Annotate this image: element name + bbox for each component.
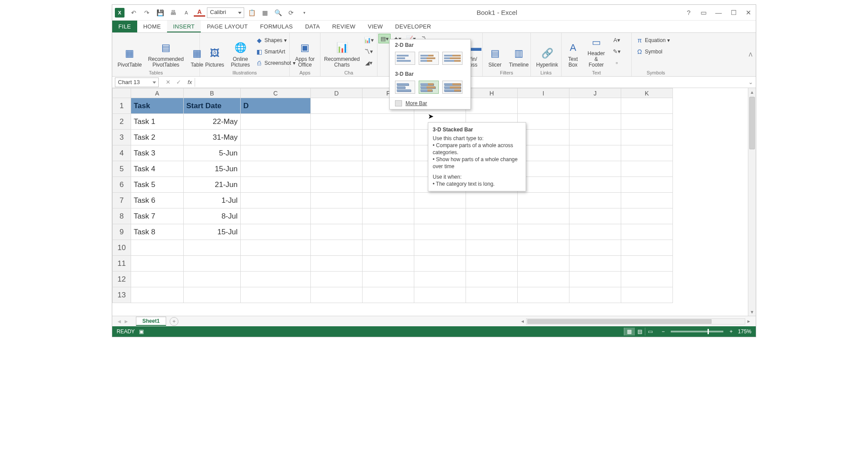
tab-file[interactable]: FILE	[112, 21, 137, 32]
cell[interactable]	[621, 240, 673, 256]
cell[interactable]	[363, 193, 414, 208]
tab-view[interactable]: VIEW	[362, 21, 389, 32]
row-header[interactable]: 8	[113, 208, 131, 224]
cell[interactable]: 5-Jun	[184, 145, 241, 161]
signature-line-button[interactable]: ✎▾	[611, 47, 623, 56]
cell[interactable]: Start Date	[184, 98, 241, 114]
col-header-h[interactable]: H	[466, 88, 518, 98]
undo-button[interactable]: ↶	[128, 7, 139, 18]
cell[interactable]	[569, 272, 621, 287]
page-layout-view-button[interactable]: ▤	[634, 328, 645, 335]
cell[interactable]	[131, 272, 184, 287]
hscroll-thumb[interactable]	[527, 319, 711, 324]
row-header[interactable]: 11	[113, 256, 131, 272]
row-header[interactable]: 7	[113, 193, 131, 208]
hscroll-left-button[interactable]: ◄	[519, 319, 526, 324]
cell[interactable]: 15-Jun	[184, 161, 241, 177]
3d-clustered-bar-option[interactable]	[395, 81, 415, 94]
apps-for-office-button[interactable]: ▣Apps for Office	[292, 35, 317, 69]
cell[interactable]	[466, 287, 518, 303]
cell[interactable]	[621, 256, 673, 272]
cell[interactable]	[569, 114, 621, 130]
3d-stacked-bar-option[interactable]	[419, 81, 439, 94]
cell[interactable]	[311, 145, 363, 161]
row-header[interactable]: 13	[113, 287, 131, 303]
row-header[interactable]: 9	[113, 224, 131, 240]
cell[interactable]: Task 1	[131, 114, 184, 130]
cell[interactable]	[621, 177, 673, 193]
qat-customize-button[interactable]: ▾	[299, 7, 310, 18]
cell[interactable]	[466, 193, 518, 208]
2d-stacked-bar-option[interactable]	[419, 52, 439, 65]
zoom-slider[interactable]	[671, 331, 723, 332]
cell[interactable]	[466, 256, 518, 272]
cell[interactable]	[569, 224, 621, 240]
cell[interactable]	[241, 114, 311, 130]
maximize-button[interactable]: ☐	[729, 9, 738, 17]
col-header-b[interactable]: B	[184, 88, 241, 98]
cell[interactable]	[466, 208, 518, 224]
cell[interactable]	[414, 256, 466, 272]
close-button[interactable]: ✕	[743, 9, 753, 17]
ribbon-display-button[interactable]: ▭	[699, 9, 708, 17]
minimize-button[interactable]: —	[714, 9, 723, 16]
cell[interactable]	[466, 272, 518, 287]
cell[interactable]	[184, 272, 241, 287]
scroll-thumb[interactable]	[749, 97, 755, 149]
cell[interactable]: Task 2	[131, 130, 184, 145]
zoom-out-button[interactable]: −	[660, 328, 666, 335]
cell[interactable]	[466, 240, 518, 256]
cell[interactable]: Task	[131, 98, 184, 114]
tab-home[interactable]: HOME	[137, 21, 167, 32]
zoom-in-button[interactable]: +	[728, 328, 734, 335]
recommended-pivottables-button[interactable]: ▤Recommended PivotTables	[146, 35, 185, 69]
cell[interactable]	[569, 208, 621, 224]
row-header[interactable]: 4	[113, 145, 131, 161]
more-bar-charts-link[interactable]: More Bar	[390, 97, 470, 109]
line-chart-button[interactable]: 〽▾	[363, 47, 375, 56]
cell[interactable]	[621, 193, 673, 208]
cell[interactable]	[241, 177, 311, 193]
pivottable-button[interactable]: ▦PivotTable	[115, 35, 144, 69]
cell[interactable]	[241, 193, 311, 208]
col-header-c[interactable]: C	[241, 88, 311, 98]
cell[interactable]: 21-Jun	[184, 177, 241, 193]
cell[interactable]	[621, 145, 673, 161]
row-header[interactable]: 3	[113, 130, 131, 145]
cell[interactable]	[311, 177, 363, 193]
cell[interactable]	[518, 98, 569, 114]
enter-formula-button[interactable]: ✓	[174, 79, 182, 85]
cell[interactable]	[621, 114, 673, 130]
cell[interactable]: 31-May	[184, 130, 241, 145]
hyperlink-button[interactable]: 🔗Hyperlink	[534, 35, 561, 69]
cell[interactable]	[518, 272, 569, 287]
2d-100pct-stacked-bar-option[interactable]	[442, 52, 462, 65]
cell[interactable]	[131, 287, 184, 303]
col-header-k[interactable]: K	[621, 88, 673, 98]
cell[interactable]	[363, 208, 414, 224]
pictures-button[interactable]: 🖼Pictures	[203, 35, 227, 69]
cell[interactable]	[241, 224, 311, 240]
cell[interactable]	[311, 224, 363, 240]
cell[interactable]	[363, 177, 414, 193]
refresh-button[interactable]: ⟳	[285, 7, 297, 18]
cell[interactable]	[363, 161, 414, 177]
row-header[interactable]: 12	[113, 272, 131, 287]
cell[interactable]	[569, 240, 621, 256]
cell[interactable]	[621, 98, 673, 114]
page-break-view-button[interactable]: ▭	[645, 328, 655, 335]
cell[interactable]	[466, 224, 518, 240]
cell[interactable]	[241, 130, 311, 145]
header-footer-button[interactable]: ▭Header & Footer	[583, 35, 609, 69]
select-all-corner[interactable]	[113, 88, 131, 98]
cell[interactable]	[621, 130, 673, 145]
horizontal-scrollbar[interactable]: ◄ ►	[519, 318, 756, 325]
cell[interactable]	[363, 224, 414, 240]
cell[interactable]	[414, 272, 466, 287]
col-header-a[interactable]: A	[131, 88, 184, 98]
print-preview-button[interactable]: 🖶	[167, 7, 179, 18]
save-button[interactable]: 💾	[154, 7, 166, 18]
wordart-button[interactable]: A▾	[611, 35, 623, 45]
normal-view-button[interactable]: ▦	[624, 328, 634, 335]
cell[interactable]	[518, 240, 569, 256]
